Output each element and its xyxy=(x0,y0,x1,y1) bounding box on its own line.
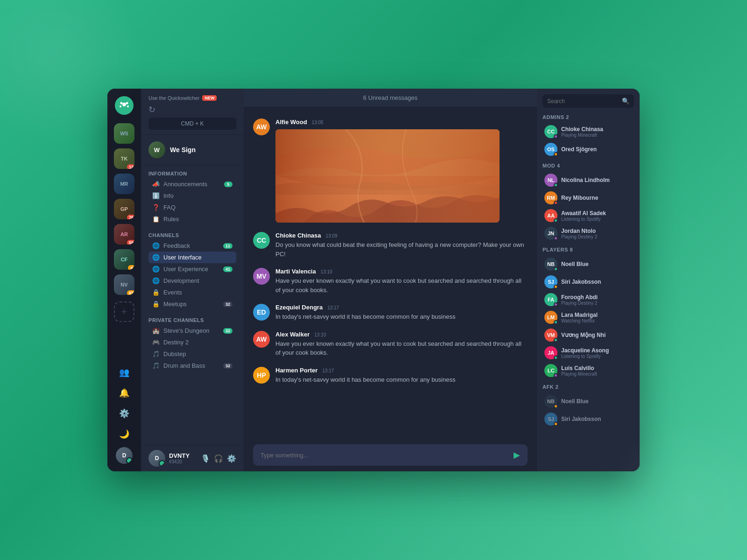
msg-name-alfie: Alfie Wood xyxy=(275,119,307,126)
sidebar-item-destiny2[interactable]: 🎮 Destiny 2 xyxy=(148,336,236,348)
players-section-title: Players 8 xyxy=(543,247,634,252)
server-header[interactable]: W We Sign xyxy=(141,134,244,165)
headphones-icon[interactable]: 🎧 xyxy=(214,454,223,463)
sidebar-item-feedback[interactable]: 🌐 Feedback 11 xyxy=(148,240,236,252)
status-afk-siri xyxy=(554,422,558,426)
server-name: We Sign xyxy=(170,146,196,154)
member-name-chioke: Chioke Chinasa xyxy=(561,126,632,133)
member-afk-siri[interactable]: SJ Siri Jakobsson xyxy=(543,410,634,428)
drum-bass-badge: 32 xyxy=(223,363,233,369)
footer-settings-icon[interactable]: ⚙️ xyxy=(227,454,236,463)
sidebar-item-user-interface[interactable]: 🌐 User Interface xyxy=(148,252,236,263)
app-logo[interactable] xyxy=(115,96,134,115)
announcements-icon: 📣 xyxy=(152,181,160,188)
member-status-jordan: Playing Destiny 2 xyxy=(561,234,632,239)
friends-icon[interactable]: 👥 xyxy=(117,365,132,380)
member-avatar-noell: NB xyxy=(544,258,557,271)
member-name-siri: Siri Jakobsson xyxy=(561,279,632,285)
member-chioke-chinasa[interactable]: CC Chioke Chinasa Playing Minecraft xyxy=(543,123,634,140)
sidebar-item-development[interactable]: 🌐 Development xyxy=(148,275,236,287)
member-name-ored: Ored Sjögren xyxy=(561,146,632,153)
member-awaatif[interactable]: AA Awaatif Al Sadek Listening to Spotify xyxy=(543,207,634,224)
msg-time-marti: 13:10 xyxy=(321,269,332,274)
member-avatar-nicolina: NL xyxy=(544,174,557,187)
member-lara[interactable]: LM Lara Madrigal Watching Netflix xyxy=(543,308,634,326)
status-foroogh xyxy=(554,302,558,307)
status-jacqueline xyxy=(554,356,558,360)
afk-section-title: AFK 2 xyxy=(543,384,634,390)
msg-header-ezequiel: Ezequiel Dengra 13:17 xyxy=(275,304,528,311)
sidebar-item-events[interactable]: 🔒 Events xyxy=(148,287,236,298)
send-icon[interactable]: ▶ xyxy=(514,450,520,460)
status-afk-noell xyxy=(554,404,558,408)
msg-name-ezequiel: Ezequiel Dengra xyxy=(275,304,323,311)
msg-name-chioke: Chioke Chinasa xyxy=(275,232,321,239)
server-icon-3[interactable]: MR xyxy=(114,174,134,194)
search-box[interactable]: 🔍 xyxy=(543,94,634,108)
server-icon-2[interactable]: TK 12 xyxy=(114,148,134,169)
server-icon-4[interactable]: GP 76 xyxy=(114,199,134,219)
msg-avatar-chioke: CC xyxy=(253,232,270,249)
settings-icon[interactable]: ⚙️ xyxy=(117,406,132,421)
user-avatar-icon-bar[interactable]: D xyxy=(116,447,133,464)
member-ored-sjogren[interactable]: OS Ored Sjögren xyxy=(543,140,634,158)
mic-icon[interactable]: 🎙️ xyxy=(201,454,210,463)
member-name-vuong: Vương Mộng Nhi xyxy=(561,332,632,338)
member-jordan[interactable]: JN Jordan Ntolo Playing Destiny 2 xyxy=(543,224,634,242)
server-icon-1[interactable]: WS xyxy=(114,123,134,144)
msg-header-marti: Marti Valencia 13:10 xyxy=(275,268,528,275)
member-siri[interactable]: SJ Siri Jakobsson xyxy=(543,273,634,291)
sidebar-item-user-experience[interactable]: 🌐 User Experience 41 xyxy=(148,263,236,275)
cmd-shortcut-box[interactable]: CMD + K xyxy=(148,118,236,130)
msg-avatar-marti: MV xyxy=(253,268,270,285)
chat-input[interactable] xyxy=(261,452,509,459)
icon-bar: WS TK 12 MR GP 76 AR 59 CF 4 NV 87 + 👥 xyxy=(107,89,141,471)
notifications-icon[interactable]: 🔔 xyxy=(117,385,132,400)
sidebar-item-drum-and-bass[interactable]: 🎵 Drum and Bass 32 xyxy=(148,360,236,371)
member-vuong[interactable]: VM Vương Mộng Nhi xyxy=(543,326,634,344)
footer-username: DVNTY xyxy=(169,452,197,459)
member-status-lara: Watching Netflix xyxy=(561,318,632,323)
sidebar-item-info[interactable]: ℹ️ Info xyxy=(148,190,236,202)
footer-user-info: DVNTY #3420 xyxy=(169,452,197,464)
member-avatar-rey: RM xyxy=(544,191,557,204)
sidebar-item-rules[interactable]: 📋 Rules xyxy=(148,213,236,225)
server-icon-5[interactable]: AR 59 xyxy=(114,224,134,245)
sidebar-item-steves-dungeon[interactable]: 🏰 Steve's Dungeon 32 xyxy=(148,325,236,336)
member-rey[interactable]: RM Rey Mibourne xyxy=(543,189,634,207)
status-ored xyxy=(554,152,558,156)
svg-point-2 xyxy=(126,102,128,105)
search-input[interactable] xyxy=(547,98,619,105)
add-server-button[interactable]: + xyxy=(114,301,134,322)
destiny2-icon: 🎮 xyxy=(152,339,160,346)
server-icon-6[interactable]: CF 4 xyxy=(114,249,134,270)
sidebar-item-announcements[interactable]: 📣 Announcements 5 xyxy=(148,178,236,190)
unread-messages-label: 6 Unread messages xyxy=(363,94,417,101)
avatar-img-alfie: AW xyxy=(253,119,270,135)
sidebar-item-dubstep[interactable]: 🎵 Dubstep xyxy=(148,348,236,360)
member-jacqueline[interactable]: JA Jacqueline Asong Listening to Spotify xyxy=(543,344,634,362)
dubstep-label: Dubstep xyxy=(163,350,233,357)
chat-header: 6 Unread messages xyxy=(244,89,537,107)
member-noell-blue[interactable]: NB Noell Blue xyxy=(543,255,634,273)
steves-dungeon-badge: 32 xyxy=(223,328,233,334)
status-vuong xyxy=(554,338,558,342)
server-avatar: W xyxy=(148,141,165,158)
user-experience-badge: 41 xyxy=(223,266,233,272)
meetups-icon: 🔒 xyxy=(152,301,160,308)
member-nicolina[interactable]: NL Nicolina Lindholm xyxy=(543,171,634,189)
member-afk-noell[interactable]: NB Noell Blue xyxy=(543,392,634,410)
moon-icon[interactable]: 🌙 xyxy=(117,427,132,441)
right-sidebar: 🔍 Admins 2 CC Chioke Chinasa Playing Min… xyxy=(537,89,640,471)
member-luis[interactable]: LC Luis Calvillo Playing Minecraft xyxy=(543,362,634,379)
msg-content-alfie: Alfie Wood 13:05 xyxy=(275,119,528,223)
sidebar-item-meetups[interactable]: 🔒 Meetups 32 xyxy=(148,298,236,310)
msg-name-harmen: Harmen Porter xyxy=(275,367,317,374)
member-avatar-foroogh: FA xyxy=(544,293,557,306)
member-foroogh[interactable]: FA Foroogh Abdi Playing Destiny 2 xyxy=(543,291,634,308)
message-group-harmen: HP Harmen Porter 13:17 In today's net-sa… xyxy=(253,363,528,388)
status-noell xyxy=(554,267,558,271)
avatar-img-chioke: CC xyxy=(253,232,270,249)
sidebar-item-faq[interactable]: ❓ FAQ xyxy=(148,202,236,213)
server-icon-7[interactable]: NV 87 xyxy=(114,274,134,295)
